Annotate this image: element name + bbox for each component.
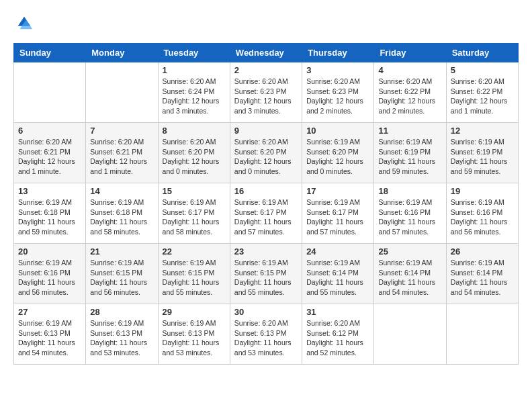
day-number: 18 <box>378 186 441 196</box>
calendar-cell <box>86 62 158 123</box>
calendar-cell: 26Sunrise: 6:19 AM Sunset: 6:14 PM Dayli… <box>446 244 518 304</box>
calendar-cell: 18Sunrise: 6:19 AM Sunset: 6:16 PM Dayli… <box>374 183 446 244</box>
weekday-header-thursday: Thursday <box>302 44 374 62</box>
calendar-cell: 2Sunrise: 6:20 AM Sunset: 6:23 PM Daylig… <box>230 62 302 123</box>
weekday-header-tuesday: Tuesday <box>158 44 230 62</box>
calendar-cell: 6Sunrise: 6:20 AM Sunset: 6:21 PM Daylig… <box>14 123 86 183</box>
calendar-cell: 27Sunrise: 6:19 AM Sunset: 6:13 PM Dayli… <box>14 304 86 365</box>
day-number: 14 <box>90 186 153 196</box>
calendar-table: SundayMondayTuesdayWednesdayThursdayFrid… <box>13 43 519 365</box>
day-number: 4 <box>378 65 441 75</box>
calendar-cell: 12Sunrise: 6:19 AM Sunset: 6:19 PM Dayli… <box>446 123 518 183</box>
day-number: 21 <box>90 246 153 257</box>
day-info: Sunrise: 6:19 AM Sunset: 6:20 PM Dayligh… <box>306 137 369 177</box>
day-info: Sunrise: 6:19 AM Sunset: 6:19 PM Dayligh… <box>378 137 441 177</box>
calendar-cell: 9Sunrise: 6:20 AM Sunset: 6:20 PM Daylig… <box>230 123 302 183</box>
day-number: 30 <box>234 307 298 317</box>
day-number: 11 <box>378 126 441 136</box>
calendar-cell: 3Sunrise: 6:20 AM Sunset: 6:23 PM Daylig… <box>302 62 374 123</box>
day-number: 31 <box>306 307 369 317</box>
logo-icon <box>15 13 34 32</box>
calendar-week-row: 27Sunrise: 6:19 AM Sunset: 6:13 PM Dayli… <box>14 304 519 365</box>
day-number: 16 <box>234 186 298 196</box>
day-number: 27 <box>18 307 81 317</box>
day-info: Sunrise: 6:20 AM Sunset: 6:20 PM Dayligh… <box>234 137 298 177</box>
day-number: 10 <box>306 126 369 136</box>
day-info: Sunrise: 6:20 AM Sunset: 6:21 PM Dayligh… <box>18 137 81 177</box>
day-info: Sunrise: 6:20 AM Sunset: 6:22 PM Dayligh… <box>451 77 514 116</box>
day-number: 12 <box>451 126 514 136</box>
day-number: 29 <box>163 307 226 317</box>
calendar-week-row: 6Sunrise: 6:20 AM Sunset: 6:21 PM Daylig… <box>14 123 519 183</box>
day-info: Sunrise: 6:20 AM Sunset: 6:12 PM Dayligh… <box>306 318 369 358</box>
day-info: Sunrise: 6:19 AM Sunset: 6:13 PM Dayligh… <box>18 318 81 358</box>
calendar-week-row: 1Sunrise: 6:20 AM Sunset: 6:24 PM Daylig… <box>14 62 519 123</box>
day-info: Sunrise: 6:20 AM Sunset: 6:21 PM Dayligh… <box>90 137 153 177</box>
calendar-cell: 17Sunrise: 6:19 AM Sunset: 6:17 PM Dayli… <box>302 183 374 244</box>
day-info: Sunrise: 6:19 AM Sunset: 6:18 PM Dayligh… <box>90 197 153 237</box>
day-number: 8 <box>163 126 226 136</box>
day-info: Sunrise: 6:19 AM Sunset: 6:14 PM Dayligh… <box>306 258 369 298</box>
weekday-header-monday: Monday <box>86 44 158 62</box>
weekday-header-friday: Friday <box>374 44 446 62</box>
day-info: Sunrise: 6:19 AM Sunset: 6:17 PM Dayligh… <box>234 197 298 237</box>
day-info: Sunrise: 6:19 AM Sunset: 6:14 PM Dayligh… <box>378 258 441 298</box>
day-number: 1 <box>163 65 226 75</box>
calendar-cell: 29Sunrise: 6:19 AM Sunset: 6:13 PM Dayli… <box>158 304 230 365</box>
calendar-cell: 20Sunrise: 6:19 AM Sunset: 6:16 PM Dayli… <box>14 244 86 304</box>
calendar-week-row: 20Sunrise: 6:19 AM Sunset: 6:16 PM Dayli… <box>14 244 519 304</box>
calendar-cell: 1Sunrise: 6:20 AM Sunset: 6:24 PM Daylig… <box>158 62 230 123</box>
day-number: 15 <box>163 186 226 196</box>
day-number: 2 <box>234 65 298 75</box>
day-number: 25 <box>378 246 441 257</box>
calendar-cell: 22Sunrise: 6:19 AM Sunset: 6:15 PM Dayli… <box>158 244 230 304</box>
calendar-cell: 15Sunrise: 6:19 AM Sunset: 6:17 PM Dayli… <box>158 183 230 244</box>
day-info: Sunrise: 6:20 AM Sunset: 6:20 PM Dayligh… <box>163 137 226 177</box>
day-info: Sunrise: 6:19 AM Sunset: 6:16 PM Dayligh… <box>378 197 441 237</box>
day-info: Sunrise: 6:19 AM Sunset: 6:16 PM Dayligh… <box>18 258 81 298</box>
calendar-cell: 30Sunrise: 6:20 AM Sunset: 6:13 PM Dayli… <box>230 304 302 365</box>
calendar-cell: 19Sunrise: 6:19 AM Sunset: 6:16 PM Dayli… <box>446 183 518 244</box>
day-info: Sunrise: 6:19 AM Sunset: 6:15 PM Dayligh… <box>163 258 226 298</box>
calendar-cell: 25Sunrise: 6:19 AM Sunset: 6:14 PM Dayli… <box>374 244 446 304</box>
day-number: 3 <box>306 65 369 75</box>
calendar-cell: 11Sunrise: 6:19 AM Sunset: 6:19 PM Dayli… <box>374 123 446 183</box>
day-info: Sunrise: 6:20 AM Sunset: 6:23 PM Dayligh… <box>234 77 298 116</box>
day-info: Sunrise: 6:19 AM Sunset: 6:17 PM Dayligh… <box>163 197 226 237</box>
weekday-header-row: SundayMondayTuesdayWednesdayThursdayFrid… <box>14 44 519 62</box>
calendar-header: SundayMondayTuesdayWednesdayThursdayFrid… <box>14 44 519 62</box>
day-info: Sunrise: 6:19 AM Sunset: 6:18 PM Dayligh… <box>18 197 81 237</box>
day-info: Sunrise: 6:20 AM Sunset: 6:22 PM Dayligh… <box>378 77 441 116</box>
day-number: 17 <box>306 186 369 196</box>
calendar-cell: 21Sunrise: 6:19 AM Sunset: 6:15 PM Dayli… <box>86 244 158 304</box>
day-info: Sunrise: 6:19 AM Sunset: 6:17 PM Dayligh… <box>306 197 369 237</box>
day-number: 13 <box>18 186 81 196</box>
calendar-cell: 14Sunrise: 6:19 AM Sunset: 6:18 PM Dayli… <box>86 183 158 244</box>
calendar-cell: 16Sunrise: 6:19 AM Sunset: 6:17 PM Dayli… <box>230 183 302 244</box>
logo <box>13 13 34 32</box>
calendar-cell: 5Sunrise: 6:20 AM Sunset: 6:22 PM Daylig… <box>446 62 518 123</box>
calendar-cell: 7Sunrise: 6:20 AM Sunset: 6:21 PM Daylig… <box>86 123 158 183</box>
day-info: Sunrise: 6:19 AM Sunset: 6:16 PM Dayligh… <box>451 197 514 237</box>
weekday-header-saturday: Saturday <box>446 44 518 62</box>
day-number: 7 <box>90 126 153 136</box>
calendar-week-row: 13Sunrise: 6:19 AM Sunset: 6:18 PM Dayli… <box>14 183 519 244</box>
calendar-cell: 4Sunrise: 6:20 AM Sunset: 6:22 PM Daylig… <box>374 62 446 123</box>
day-number: 20 <box>18 246 81 257</box>
calendar-cell: 31Sunrise: 6:20 AM Sunset: 6:12 PM Dayli… <box>302 304 374 365</box>
weekday-header-wednesday: Wednesday <box>230 44 302 62</box>
day-info: Sunrise: 6:19 AM Sunset: 6:15 PM Dayligh… <box>90 258 153 298</box>
calendar-cell <box>14 62 86 123</box>
calendar-cell <box>374 304 446 365</box>
day-number: 22 <box>163 246 226 257</box>
day-info: Sunrise: 6:20 AM Sunset: 6:24 PM Dayligh… <box>163 77 226 116</box>
calendar-cell: 24Sunrise: 6:19 AM Sunset: 6:14 PM Dayli… <box>302 244 374 304</box>
weekday-header-sunday: Sunday <box>14 44 86 62</box>
day-info: Sunrise: 6:19 AM Sunset: 6:19 PM Dayligh… <box>451 137 514 177</box>
day-number: 5 <box>451 65 514 75</box>
page-header <box>13 13 519 32</box>
day-number: 9 <box>234 126 298 136</box>
day-info: Sunrise: 6:20 AM Sunset: 6:13 PM Dayligh… <box>234 318 298 358</box>
day-info: Sunrise: 6:19 AM Sunset: 6:13 PM Dayligh… <box>90 318 153 358</box>
day-number: 19 <box>451 186 514 196</box>
